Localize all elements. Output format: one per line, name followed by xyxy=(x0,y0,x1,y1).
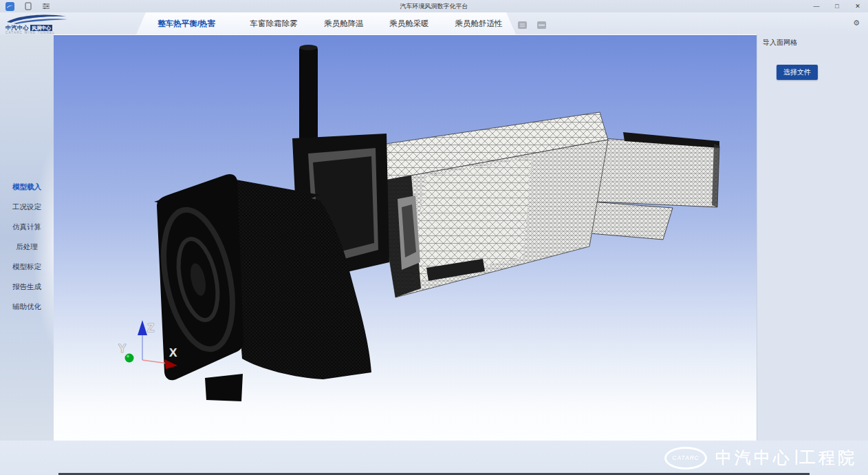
app-window: 汽车环境风洞数字化平台 — □ ✕ 中汽中心 风洞中心 CATARC WIND … xyxy=(0,0,868,475)
z-axis-arrow xyxy=(138,320,147,335)
sidebar-item-simulation[interactable]: 仿真计算 xyxy=(0,217,54,237)
tab-thermal-balance[interactable]: 整车热平衡/热害 xyxy=(136,12,237,34)
window-title: 汽车环境风洞数字化平台 xyxy=(0,2,868,11)
brand-logo: 中汽中心 风洞中心 CATARC WIND TUNNEL xyxy=(4,12,78,34)
header: 中汽中心 风洞中心 CATARC WIND TUNNEL 整车热平衡/热害 车窗… xyxy=(0,12,868,34)
y-axis-ball xyxy=(125,354,134,363)
logo-badge-text: 风洞中心 xyxy=(30,25,52,31)
minimize-button[interactable]: — xyxy=(806,0,827,12)
sidebar-item-model-load[interactable]: 模型载入 xyxy=(0,177,54,197)
sidebar-item-working-condition[interactable]: 工况设定 xyxy=(0,197,54,217)
z-axis-label: Z xyxy=(147,321,154,335)
tab-bar: 整车热平衡/热害 车窗除霜除雾 乘员舱降温 乘员舱采暖 乘员舱舒适性 xyxy=(136,12,516,34)
sidebar-item-report-generation[interactable]: 报告生成 xyxy=(0,277,54,297)
titlebar: 汽车环境风洞数字化平台 — □ ✕ xyxy=(0,0,868,12)
logo-subtext: CATARC WIND TUNNEL xyxy=(6,31,55,34)
footer: CATARC 中汽中心∣工程院 xyxy=(0,441,868,475)
sidebar: 模型载入 工况设定 仿真计算 后处理 模型标定 报告生成 辅助优化 xyxy=(0,34,54,441)
close-button[interactable]: ✕ xyxy=(847,0,868,12)
sidebar-item-postprocess[interactable]: 后处理 xyxy=(0,237,54,257)
tab-cabin-heating[interactable]: 乘员舱采暖 xyxy=(377,12,442,34)
tab-cabin-comfort[interactable]: 乘员舱舒适性 xyxy=(442,12,516,34)
car-swoosh-icon xyxy=(4,12,73,25)
app-icon[interactable] xyxy=(6,2,14,11)
menu-icon[interactable] xyxy=(42,3,50,10)
footer-brand-text: 中汽中心∣工程院 xyxy=(715,447,857,469)
tab-defrost-defog[interactable]: 车窗除霜除雾 xyxy=(237,12,311,34)
copy-icon[interactable] xyxy=(25,2,32,10)
sidebar-item-model-calibration[interactable]: 模型标定 xyxy=(0,257,54,277)
catarc-logo: CATARC xyxy=(664,447,707,469)
tab-cabin-cooling[interactable]: 乘员舱降温 xyxy=(311,12,377,34)
viewport-3d[interactable]: Z X Y xyxy=(54,34,757,441)
import-panel-title: 导入面网格 xyxy=(763,38,797,48)
layout-toggle-icon-2[interactable] xyxy=(537,19,546,32)
x-axis-label: X xyxy=(169,346,177,359)
y-axis-label: Y xyxy=(118,342,127,355)
layout-toggle-icon-1[interactable] xyxy=(518,19,527,32)
settings-gear-icon[interactable]: ⚙ xyxy=(853,19,860,28)
maximize-button[interactable]: □ xyxy=(827,0,847,12)
sidebar-item-auxiliary-optimization[interactable]: 辅助优化 xyxy=(0,297,54,317)
mesh-model: Z X Y xyxy=(54,35,757,441)
choose-file-button[interactable]: 选择文件 xyxy=(777,65,818,80)
import-panel: 导入面网格 选择文件 xyxy=(757,34,868,441)
